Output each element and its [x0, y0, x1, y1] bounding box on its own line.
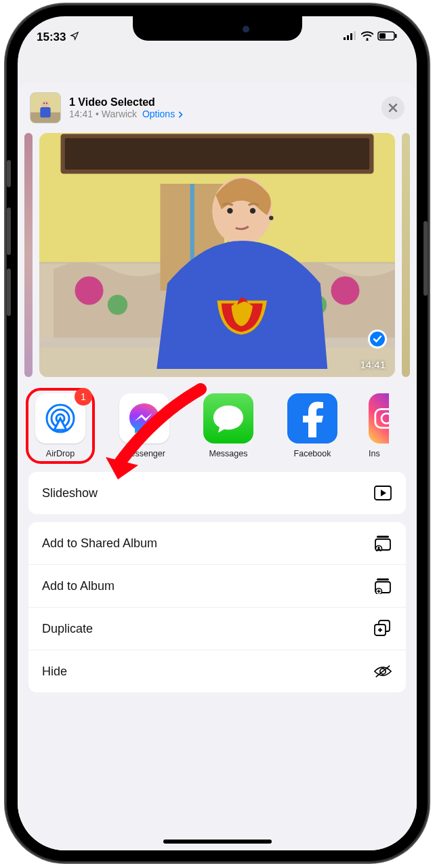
selection-time: 14:41 [69, 108, 93, 119]
options-link[interactable]: Options [142, 108, 183, 119]
signal-icon [344, 31, 357, 44]
screen: 15:33 [18, 16, 417, 850]
facebook-icon [287, 393, 337, 443]
action-slideshow[interactable]: Slideshow [28, 472, 406, 514]
selection-sep: • [93, 108, 102, 119]
messages-label: Messages [209, 449, 248, 458]
hide-icon [373, 662, 392, 681]
svg-point-28 [250, 208, 255, 214]
messenger-icon [119, 393, 169, 443]
instagram-icon [369, 393, 389, 443]
svg-point-19 [75, 277, 104, 305]
svg-point-20 [331, 277, 360, 305]
svg-rect-36 [377, 536, 389, 538]
action-group-slideshow: Slideshow [28, 472, 406, 514]
svg-point-29 [269, 216, 273, 220]
svg-point-21 [108, 295, 127, 315]
svg-rect-0 [344, 37, 346, 40]
action-add-album-label: Add to Album [42, 579, 115, 593]
svg-rect-1 [347, 35, 349, 40]
preview-row[interactable]: 14:41 [18, 133, 417, 377]
shared-album-icon [373, 534, 392, 553]
action-hide[interactable]: Hide [28, 650, 406, 692]
selection-location: Warwick [102, 108, 137, 119]
share-app-airdrop[interactable]: 1 AirDrop [33, 393, 88, 458]
action-add-album[interactable]: Add to Album [28, 565, 406, 608]
svg-point-13 [46, 102, 47, 104]
share-app-facebook[interactable]: Facebook [285, 393, 340, 458]
svg-rect-40 [377, 578, 389, 580]
close-icon [388, 103, 398, 113]
volume-up-button [7, 208, 11, 255]
volume-down-button [7, 269, 11, 316]
action-slideshow-label: Slideshow [42, 486, 98, 500]
action-hide-label: Hide [42, 665, 67, 679]
selection-thumbnail[interactable] [30, 92, 61, 123]
action-add-shared-label: Add to Shared Album [42, 536, 157, 551]
svg-rect-2 [350, 33, 352, 40]
svg-rect-7 [395, 34, 397, 38]
preview-prev-peek[interactable] [24, 133, 33, 377]
notch [133, 16, 302, 41]
preview-duration: 14:41 [360, 359, 386, 370]
airdrop-label: AirDrop [46, 449, 75, 458]
action-add-shared-album[interactable]: Add to Shared Album [28, 522, 406, 565]
svg-point-27 [227, 208, 232, 214]
phone-frame: 15:33 [5, 4, 429, 863]
annotation-highlight: 1 AirDrop [26, 388, 95, 464]
svg-rect-11 [40, 107, 50, 117]
action-duplicate-label: Duplicate [42, 622, 93, 636]
options-label: Options [142, 108, 175, 119]
share-apps-row[interactable]: 1 AirDrop Messenger [18, 377, 417, 472]
duplicate-icon [373, 619, 392, 638]
svg-point-12 [43, 102, 45, 104]
share-app-instagram[interactable]: Ins [369, 393, 389, 458]
selection-title: 1 Video Selected [69, 96, 373, 108]
power-button [423, 221, 428, 296]
svg-rect-6 [379, 33, 386, 39]
close-button[interactable] [381, 96, 405, 119]
instagram-label: Ins [369, 449, 389, 458]
share-app-messages[interactable]: Messages [201, 393, 256, 458]
share-header: 1 Video Selected 14:41 • Warwick Options [18, 83, 417, 133]
share-app-messenger[interactable]: Messenger [117, 393, 172, 458]
share-sheet: 1 Video Selected 14:41 • Warwick Options [18, 83, 417, 850]
play-icon [373, 484, 392, 502]
action-duplicate[interactable]: Duplicate [28, 608, 406, 650]
preview-next-peek[interactable] [402, 133, 410, 377]
svg-rect-16 [65, 138, 369, 170]
add-album-icon [373, 576, 392, 595]
airdrop-badge: 1 [75, 388, 92, 406]
facebook-label: Facebook [294, 449, 331, 458]
svg-point-39 [377, 547, 379, 549]
svg-point-34 [381, 414, 389, 424]
action-group-main: Add to Shared Album Add to Album Duplica… [28, 522, 406, 692]
wifi-icon [361, 31, 373, 44]
status-time: 15:33 [37, 31, 66, 44]
selection-subtitle: 14:41 • Warwick Options [69, 108, 373, 119]
svg-point-4 [367, 38, 369, 40]
selection-check-icon[interactable] [368, 330, 387, 349]
battery-icon [377, 31, 398, 44]
mute-switch [7, 160, 11, 187]
messenger-label: Messenger [123, 449, 165, 458]
preview-main[interactable]: 14:41 [39, 133, 395, 377]
svg-rect-3 [354, 31, 356, 40]
location-icon [70, 31, 79, 44]
home-indicator[interactable] [163, 840, 272, 844]
messages-icon [203, 393, 253, 443]
